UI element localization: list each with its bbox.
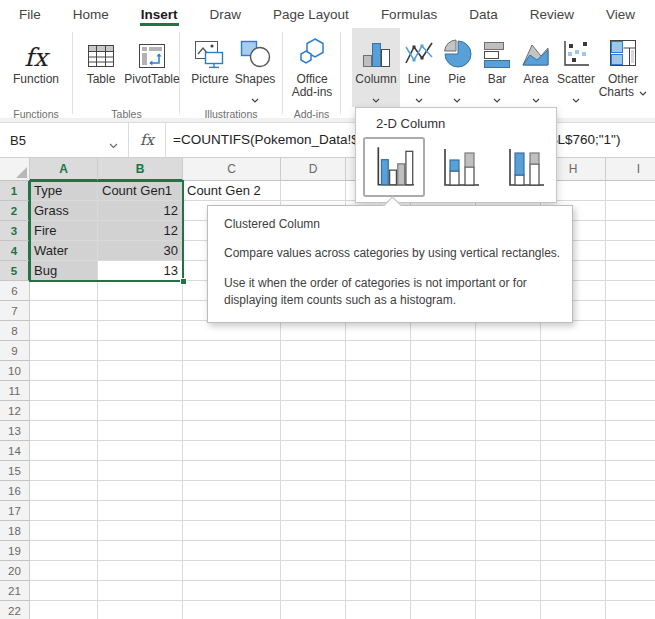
grid-cell-f19[interactable] <box>411 541 476 561</box>
grid-cell-c22[interactable] <box>183 601 281 619</box>
grid-cell-a7[interactable] <box>30 301 98 321</box>
menu-page-layout[interactable]: Page Layout <box>272 2 350 26</box>
grid-cell-i18[interactable] <box>606 521 655 541</box>
grid-cell-g16[interactable] <box>476 481 541 501</box>
grid-cell-d1[interactable] <box>281 181 346 201</box>
grid-cell-h11[interactable] <box>541 381 606 401</box>
grid-cell-h8[interactable] <box>541 321 606 341</box>
row-header-3[interactable]: 3 <box>0 221 30 241</box>
scatter-chart-button[interactable]: Scatter <box>555 28 597 107</box>
grid-cell-g12[interactable] <box>476 401 541 421</box>
grid-cell-e9[interactable] <box>346 341 411 361</box>
row-header-9[interactable]: 9 <box>0 341 30 361</box>
grid-cell-d19[interactable] <box>281 541 346 561</box>
stacked-column-option[interactable] <box>438 146 482 190</box>
grid-cell-a19[interactable] <box>30 541 98 561</box>
grid-cell-d10[interactable] <box>281 361 346 381</box>
grid-cell-e19[interactable] <box>346 541 411 561</box>
grid-cell-c19[interactable] <box>183 541 281 561</box>
row-header-4[interactable]: 4 <box>0 241 30 261</box>
grid-cell-g14[interactable] <box>476 441 541 461</box>
menu-formulas[interactable]: Formulas <box>380 2 438 26</box>
grid-cell-a9[interactable] <box>30 341 98 361</box>
grid-cell-i21[interactable] <box>606 581 655 601</box>
grid-cell-c20[interactable] <box>183 561 281 581</box>
line-chart-button[interactable]: Line <box>402 28 436 107</box>
grid-cell-i7[interactable] <box>606 301 655 321</box>
grid-cell-g17[interactable] <box>476 501 541 521</box>
grid-cell-c17[interactable] <box>183 501 281 521</box>
grid-cell-i1[interactable] <box>606 181 655 201</box>
grid-cell-a15[interactable] <box>30 461 98 481</box>
grid-cell-b11[interactable] <box>98 381 183 401</box>
grid-cell-b3[interactable]: 12 <box>98 221 183 241</box>
row-header-6[interactable]: 6 <box>0 281 30 301</box>
grid-cell-e12[interactable] <box>346 401 411 421</box>
grid-cell-a17[interactable] <box>30 501 98 521</box>
grid-cell-d21[interactable] <box>281 581 346 601</box>
chevron-down-icon[interactable] <box>109 137 118 152</box>
grid-cell-i5[interactable] <box>606 261 655 281</box>
grid-cell-f21[interactable] <box>411 581 476 601</box>
grid-cell-i3[interactable] <box>606 221 655 241</box>
grid-cell-f20[interactable] <box>411 561 476 581</box>
row-header-10[interactable]: 10 <box>0 361 30 381</box>
grid-cell-b10[interactable] <box>98 361 183 381</box>
grid-cell-a14[interactable] <box>30 441 98 461</box>
grid-cell-d11[interactable] <box>281 381 346 401</box>
menu-view[interactable]: View <box>605 2 636 26</box>
grid-cell-e22[interactable] <box>346 601 411 619</box>
grid-cell-i13[interactable] <box>606 421 655 441</box>
name-box[interactable]: B5 <box>0 123 129 157</box>
grid-cell-h14[interactable] <box>541 441 606 461</box>
grid-cell-i17[interactable] <box>606 501 655 521</box>
insert-function-button[interactable]: fx <box>129 123 166 157</box>
grid-cell-i20[interactable] <box>606 561 655 581</box>
row-header-15[interactable]: 15 <box>0 461 30 481</box>
row-header-8[interactable]: 8 <box>0 321 30 341</box>
grid-cell-d8[interactable] <box>281 321 346 341</box>
grid-cell-h20[interactable] <box>541 561 606 581</box>
grid-cell-a1[interactable]: Type <box>30 181 98 201</box>
grid-cell-g10[interactable] <box>476 361 541 381</box>
grid-cell-b14[interactable] <box>98 441 183 461</box>
row-header-2[interactable]: 2 <box>0 201 30 221</box>
grid-cell-h10[interactable] <box>541 361 606 381</box>
grid-cell-b16[interactable] <box>98 481 183 501</box>
grid-cell-f9[interactable] <box>411 341 476 361</box>
grid-cell-b2[interactable]: 12 <box>98 201 183 221</box>
100-stacked-column-option[interactable] <box>503 146 547 190</box>
grid-cell-g19[interactable] <box>476 541 541 561</box>
column-header-d[interactable]: D <box>281 158 346 181</box>
menu-draw[interactable]: Draw <box>209 2 243 26</box>
grid-cell-e10[interactable] <box>346 361 411 381</box>
menu-file[interactable]: File <box>18 2 42 26</box>
grid-cell-e16[interactable] <box>346 481 411 501</box>
grid-cell-b13[interactable] <box>98 421 183 441</box>
grid-cell-f14[interactable] <box>411 441 476 461</box>
grid-cell-f13[interactable] <box>411 421 476 441</box>
grid-cell-i10[interactable] <box>606 361 655 381</box>
grid-cell-d18[interactable] <box>281 521 346 541</box>
grid-cell-i12[interactable] <box>606 401 655 421</box>
row-header-14[interactable]: 14 <box>0 441 30 461</box>
function-button[interactable]: fx Function <box>6 28 66 86</box>
grid-cell-d9[interactable] <box>281 341 346 361</box>
grid-cell-a22[interactable] <box>30 601 98 619</box>
grid-cell-a12[interactable] <box>30 401 98 421</box>
grid-cell-e13[interactable] <box>346 421 411 441</box>
pivottable-button[interactable]: PivotTable <box>124 28 180 86</box>
grid-cell-b20[interactable] <box>98 561 183 581</box>
grid-cell-g8[interactable] <box>476 321 541 341</box>
grid-cell-h12[interactable] <box>541 401 606 421</box>
grid-cell-a20[interactable] <box>30 561 98 581</box>
shapes-button[interactable]: Shapes <box>232 28 278 107</box>
grid-cell-f22[interactable] <box>411 601 476 619</box>
grid-cell-g22[interactable] <box>476 601 541 619</box>
grid-cell-i8[interactable] <box>606 321 655 341</box>
grid-cell-c9[interactable] <box>183 341 281 361</box>
grid-cell-f12[interactable] <box>411 401 476 421</box>
grid-cell-a21[interactable] <box>30 581 98 601</box>
row-header-12[interactable]: 12 <box>0 401 30 421</box>
grid-cell-h17[interactable] <box>541 501 606 521</box>
